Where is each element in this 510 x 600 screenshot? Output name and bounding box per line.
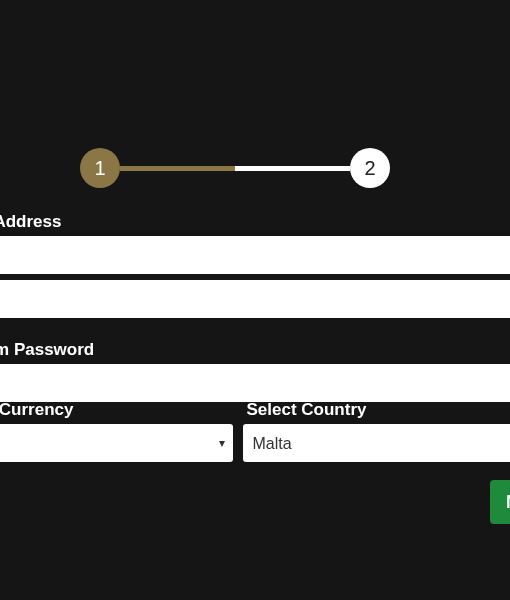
next-button[interactable]: NEXT xyxy=(490,480,510,524)
email-input[interactable] xyxy=(0,236,510,274)
next-button-label: NEXT xyxy=(506,492,510,512)
step-line-filled xyxy=(120,166,235,171)
step-2-circle: 2 xyxy=(350,148,390,188)
step-line-empty xyxy=(235,166,350,171)
country-label: Select Country xyxy=(243,400,511,420)
email-label: Email Address xyxy=(0,212,510,232)
step-1-circle: 1 xyxy=(80,148,120,188)
password-input[interactable] xyxy=(0,280,510,318)
step-2-number: 2 xyxy=(364,157,375,180)
confirm-password-label: Confirm Password xyxy=(0,340,510,360)
currency-select[interactable]: Euro xyxy=(0,424,233,462)
step-1-number: 1 xyxy=(94,157,105,180)
country-select[interactable]: Malta xyxy=(243,424,511,462)
currency-label: Select Currency xyxy=(0,400,233,420)
step-indicator: 1 2 xyxy=(80,148,390,188)
confirm-password-input[interactable] xyxy=(0,364,510,402)
